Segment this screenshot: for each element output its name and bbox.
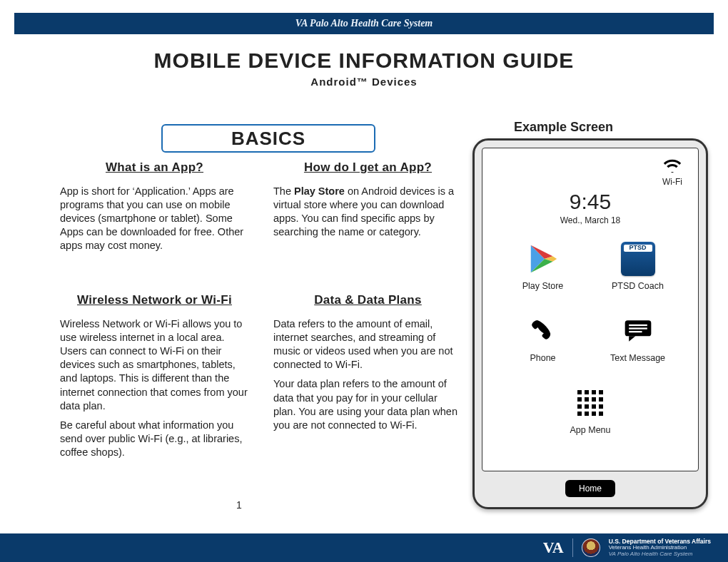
svg-rect-6 [629,325,647,326]
phone-mockup: Wi-Fi 9:45 Wed., March 18 Pla [472,138,708,509]
body-data-p1: Data refers to the amount of email, inte… [273,317,462,372]
wifi-indicator: Wi-Fi [662,158,682,187]
svg-rect-16 [599,397,603,402]
header-bar: VA Palo Alto Health Care System [14,13,714,34]
heading-what-is-app: What is an App? [60,160,249,176]
section-what-is-app: What is an App? App is short for ‘Applic… [60,160,249,259]
body-get-app: The Play Store on Android devices is a v… [273,185,462,240]
basics-box: BASICS [161,124,375,153]
svg-rect-19 [592,404,596,409]
body-what-is-app: App is short for ‘Application.’ Apps are… [60,185,249,253]
heading-wifi: Wireless Network or Wi-Fi [60,292,249,309]
app-phone: Phone [504,313,582,364]
content-row-1: What is an App? App is short for ‘Applic… [60,160,462,259]
content-row-2: Wireless Network or Wi-Fi Wireless Netwo… [60,292,462,465]
section-data: Data & Data Plans Data refers to the amo… [273,292,462,465]
section-get-app: How do I get an App? The Play Store on A… [273,160,462,259]
svg-rect-20 [599,404,603,409]
svg-rect-21 [577,412,582,416]
home-button: Home [565,480,615,497]
footer-divider [572,538,573,557]
svg-rect-22 [585,412,589,416]
svg-rect-8 [629,331,642,332]
app-menu-label: App Menu [495,425,685,436]
svg-rect-18 [585,404,589,409]
footer-bar: VA U.S. Department of Veterans Affairs V… [0,533,728,562]
svg-rect-17 [577,404,582,409]
app-ptsd: PTSD Coach [599,241,677,292]
footer-line3: VA Palo Alto Health Care System [609,551,711,558]
example-screen-label: Example Screen [514,120,613,135]
section-wifi: Wireless Network or Wi-Fi Wireless Netwo… [60,292,249,465]
wifi-icon [662,158,682,175]
heading-data: Data & Data Plans [273,292,462,309]
footer-text: U.S. Department of Veterans Affairs Vete… [609,538,711,558]
basics-label: BASICS [231,128,305,149]
app-menu-icon [572,385,608,421]
svg-marker-5 [629,336,635,341]
svg-rect-9 [577,390,582,394]
home-button-label: Home [579,484,602,494]
phone-screen: Wi-Fi 9:45 Wed., March 18 Pla [482,148,699,471]
app-menu: App Menu [495,385,685,436]
app-grid: Play Store PTSD Coach Phone [482,241,698,436]
svg-rect-11 [592,390,596,394]
text-icon [620,313,656,349]
app-phone-label: Phone [504,353,582,364]
time-block: 9:45 Wed., March 18 [491,190,689,225]
svg-rect-13 [577,397,582,402]
time-value: 9:45 [491,190,689,214]
app-playstore-label: Play Store [504,281,582,292]
app-text: Text Message [599,313,677,364]
body-data-p2: Your data plan refers to the amount of d… [273,377,462,432]
svg-rect-23 [592,412,596,416]
svg-rect-12 [599,390,603,394]
app-ptsd-label: PTSD Coach [599,281,677,292]
svg-rect-7 [629,327,647,329]
va-seal-icon [582,538,600,557]
phone-icon [525,313,561,349]
ptsd-icon [620,241,656,277]
page-number: 1 [0,499,478,511]
body-wifi-p1: Wireless Network or Wi-Fi allows you to … [60,317,249,413]
svg-rect-24 [599,412,603,416]
app-playstore: Play Store [504,241,582,292]
page-subtitle: Android™ Devices [0,76,728,88]
svg-rect-10 [585,390,589,394]
app-text-label: Text Message [599,353,677,364]
svg-rect-14 [585,397,589,402]
header-org: VA Palo Alto Health Care System [295,18,433,29]
body-wifi-p2: Be careful about what information you se… [60,419,249,459]
svg-rect-15 [592,397,596,402]
va-logo: VA [543,538,564,557]
date-value: Wed., March 18 [491,215,689,225]
wifi-label: Wi-Fi [662,177,682,187]
playstore-icon [525,241,561,277]
heading-get-app: How do I get an App? [273,160,462,176]
page-title: MOBILE DEVICE INFORMATION GUIDE [0,48,728,73]
